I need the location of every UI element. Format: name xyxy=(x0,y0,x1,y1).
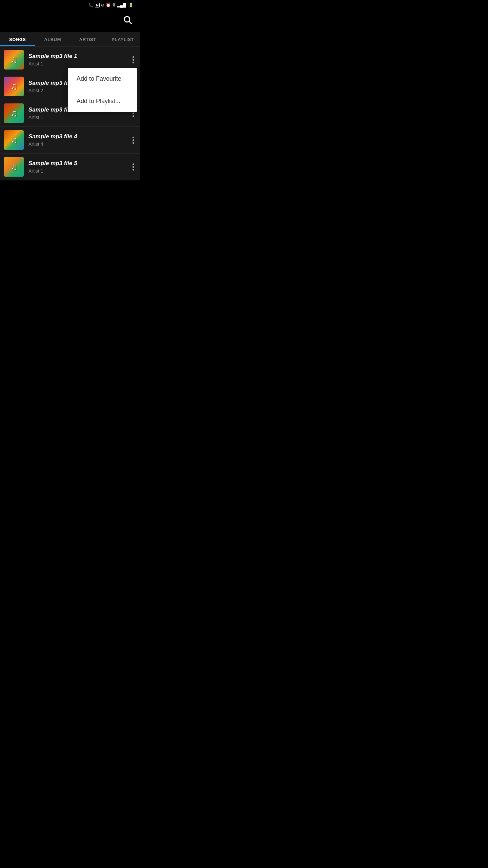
song-list: ♫ Sample mp3 file 1 Artist 1 ♫ Sample mp… xyxy=(0,46,140,180)
song-thumb-3: ♫ xyxy=(4,103,24,123)
song-artist-5: Artist 1 xyxy=(28,168,131,174)
tab-songs[interactable]: SONGS xyxy=(0,32,35,46)
svg-line-1 xyxy=(129,21,131,23)
song-item-4[interactable]: ♫ Sample mp3 file 4 Artist 4 xyxy=(0,127,140,154)
bottom-space xyxy=(0,180,140,248)
dot-icon xyxy=(133,163,134,165)
context-menu: Add to Favourite Add to Playlist... xyxy=(68,68,137,112)
battery-icon: 🔋 xyxy=(128,3,134,7)
song-title-4: Sample mp3 file 4 xyxy=(28,133,131,140)
song-title-5: Sample mp3 file 5 xyxy=(28,160,131,167)
music-note-icon: ♫ xyxy=(11,108,18,119)
status-icons: 📞 N ⊖ ⏰ ⇅ ▂▄█ 🔋 xyxy=(88,3,135,7)
dot-icon xyxy=(133,137,134,138)
dot-icon xyxy=(133,139,134,141)
more-options-btn-4[interactable] xyxy=(131,134,136,146)
add-to-playlist-item[interactable]: Add to Playlist... xyxy=(68,90,137,112)
dot-icon xyxy=(133,166,134,168)
more-options-btn-1[interactable] xyxy=(131,54,136,66)
nfc-icon: N xyxy=(95,3,100,7)
search-button[interactable] xyxy=(121,14,134,27)
phone-icon: 📞 xyxy=(88,3,94,7)
music-note-icon: ♫ xyxy=(11,54,18,65)
app-header xyxy=(0,9,140,32)
dot-icon xyxy=(133,62,134,63)
add-to-favourite-item[interactable]: Add to Favourite xyxy=(68,68,137,90)
status-bar: 📞 N ⊖ ⏰ ⇅ ▂▄█ 🔋 xyxy=(0,0,140,9)
song-title-1: Sample mp3 file 1 xyxy=(28,53,131,60)
alarm-icon: ⏰ xyxy=(106,3,111,7)
music-note-icon: ♫ xyxy=(11,135,18,145)
song-info-5: Sample mp3 file 5 Artist 1 xyxy=(28,160,131,174)
search-icon xyxy=(123,15,132,24)
dot-icon xyxy=(133,142,134,144)
song-thumb-2: ♫ xyxy=(4,77,24,96)
tab-album[interactable]: ALBUM xyxy=(35,32,70,46)
tab-playlist[interactable]: PLAYLIST xyxy=(105,32,141,46)
song-thumb-4: ♫ xyxy=(4,130,24,150)
tab-bar: SONGS ALBUM ARTIST PLAYLIST xyxy=(0,32,140,46)
sync-icon: ⇅ xyxy=(112,3,116,7)
song-info-4: Sample mp3 file 4 Artist 4 xyxy=(28,133,131,147)
song-thumb-1: ♫ xyxy=(4,50,24,70)
tab-artist[interactable]: ARTIST xyxy=(70,32,105,46)
song-artist-1: Artist 1 xyxy=(28,61,131,66)
music-note-icon: ♫ xyxy=(11,161,18,172)
more-options-btn-5[interactable] xyxy=(131,161,136,173)
signal-icon: ▂▄█ xyxy=(117,3,126,7)
song-item-5[interactable]: ♫ Sample mp3 file 5 Artist 1 xyxy=(0,154,140,180)
dot-icon xyxy=(133,169,134,171)
dot-icon xyxy=(133,59,134,61)
dnd-icon: ⊖ xyxy=(101,3,104,7)
song-artist-4: Artist 4 xyxy=(28,141,131,147)
song-thumb-5: ♫ xyxy=(4,157,24,177)
music-note-icon: ♫ xyxy=(11,81,18,92)
song-artist-3: Artist 1 xyxy=(28,115,131,120)
dot-icon xyxy=(133,115,134,117)
dot-icon xyxy=(133,56,134,58)
song-info-1: Sample mp3 file 1 Artist 1 xyxy=(28,53,131,66)
dot-icon xyxy=(133,113,134,114)
